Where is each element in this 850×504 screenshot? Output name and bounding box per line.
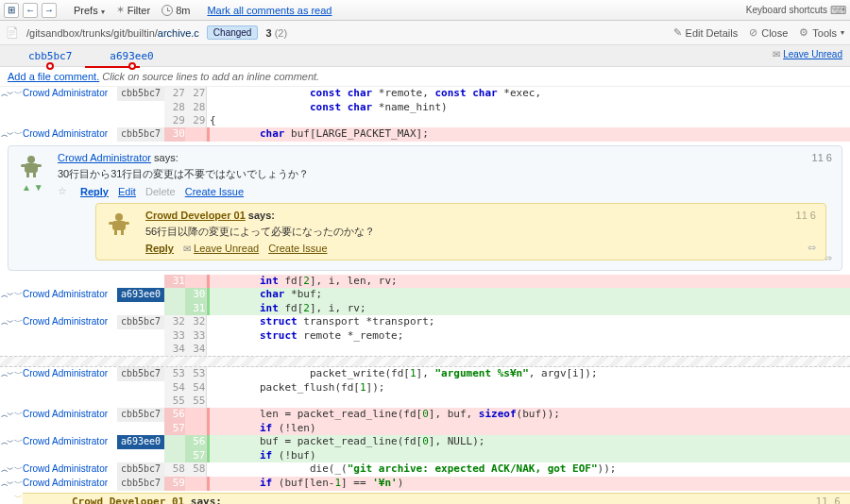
code-row-deleted[interactable]: ︿﹀ ﹀ Crowd Administrator cbb5bc7 56 len … <box>0 408 850 422</box>
add-file-comment-link[interactable]: Add a file comment. <box>8 71 99 82</box>
add-comment-prompt: Add a file comment. Click on source line… <box>0 67 850 87</box>
author-link[interactable]: Crowd Administrator <box>23 463 108 474</box>
time-indicator: 8m <box>158 5 194 16</box>
chevrons-icon[interactable]: ︿﹀ <box>1 479 12 488</box>
code-row[interactable]: 3434 <box>0 343 850 356</box>
code-row[interactable]: ︿﹀ ﹀ Crowd Administrator cbb5bc7 5353 pa… <box>0 367 850 381</box>
code-row-added[interactable]: 31 int fd[2], i, rv; <box>0 302 850 315</box>
chevron-single-icon[interactable]: ﹀ <box>14 437 23 446</box>
chevron-single-icon[interactable]: ﹀ <box>14 129 23 139</box>
chevron-single-icon[interactable]: ﹀ <box>14 479 23 488</box>
code-row-added[interactable]: ︿﹀ ﹀ Crowd Administrator a693ee0 30 char… <box>0 288 850 302</box>
line-number-left: 27 <box>164 87 185 101</box>
code-row-added[interactable]: 57 if (!buf) <box>0 449 850 462</box>
svg-rect-1 <box>25 163 38 173</box>
code-row[interactable]: 5454 packet_flush(fd[1]); <box>0 381 850 395</box>
svg-rect-4 <box>26 173 29 177</box>
code-row-added[interactable]: ︿﹀ ﹀ Crowd Administrator a693ee0 56 buf … <box>0 435 850 449</box>
comment-author-link[interactable]: Crowd Administrator <box>58 152 151 163</box>
vote-arrows[interactable]: ▲ ▼ <box>22 182 43 193</box>
prev-button[interactable]: ← <box>23 3 38 18</box>
expand-all-button[interactable]: ⊞ <box>4 3 19 18</box>
code-row[interactable]: 2828 const char *name_hint) <box>0 101 850 114</box>
rev-badge: cbb5bc7 <box>117 367 164 381</box>
chevrons-icon[interactable]: ︿﹀ <box>1 438 12 446</box>
leave-unread-link[interactable]: Leave Unread <box>765 45 850 63</box>
rev-badge: cbb5bc7 <box>117 127 164 142</box>
comment-line-ref: 11 6 <box>816 496 842 504</box>
create-issue-link[interactable]: Create Issue <box>268 243 327 254</box>
chevrons-icon[interactable]: ︿﹀ <box>1 465 12 474</box>
chevrons-icon[interactable]: ︿﹀ <box>1 90 12 98</box>
envelope-icon <box>183 243 191 254</box>
code-row[interactable]: 2929 { <box>0 114 850 127</box>
edit-details-link[interactable]: Edit Details <box>673 26 739 39</box>
chevrons-icon[interactable]: ︿﹀ <box>1 411 12 419</box>
chevron-single-icon[interactable]: ﹀ <box>14 89 23 98</box>
author-link[interactable]: Crowd Administrator <box>23 436 108 446</box>
author-link[interactable]: Crowd Administrator <box>23 368 108 378</box>
leave-unread-link[interactable]: Leave Unread <box>183 243 259 254</box>
chevrons-icon[interactable]: ︿﹀ <box>1 318 12 327</box>
create-issue-link[interactable]: Create Issue <box>185 186 244 197</box>
code-diff-table: ︿﹀ ﹀ Crowd Administrator cbb5bc7 5353 pa… <box>0 367 850 491</box>
filter-menu[interactable]: Filter <box>112 4 154 16</box>
clock-icon <box>162 5 173 16</box>
edit-link[interactable]: Edit <box>118 186 136 197</box>
keyboard-shortcuts-link[interactable]: Keyboard shortcuts <box>746 4 846 17</box>
file-path[interactable]: /gitsandbox/trunks/git/builtin/archive.c <box>26 27 199 39</box>
reply-link[interactable]: Reply <box>145 243 174 254</box>
code-row[interactable]: 5555 <box>0 395 850 408</box>
chevrons-icon[interactable]: ︿﹀ <box>1 291 12 299</box>
star-icon[interactable] <box>58 185 71 197</box>
author-link[interactable]: Crowd Administrator <box>23 316 108 327</box>
author-link[interactable]: Crowd Administrator <box>23 409 108 419</box>
collapsed-section[interactable] <box>0 356 850 367</box>
tools-menu[interactable]: Tools ▾ <box>799 26 844 39</box>
code-row[interactable]: ︿﹀ ﹀ Crowd Administrator cbb5bc7 27 27 c… <box>0 87 850 101</box>
chevron-single-icon[interactable]: ﹀ <box>14 369 23 378</box>
author-link[interactable]: Crowd Administrator <box>23 88 108 98</box>
prefs-menu[interactable]: Prefs <box>70 5 109 16</box>
chevrons-icon[interactable]: ︿﹀ <box>1 370 12 378</box>
svg-rect-10 <box>114 230 117 235</box>
chevron-single-icon[interactable]: ﹀ <box>14 464 23 474</box>
next-button[interactable]: → <box>42 3 57 18</box>
svg-rect-8 <box>109 222 114 225</box>
svg-rect-3 <box>36 164 42 167</box>
close-link[interactable]: Close <box>749 26 788 39</box>
filter-icon <box>116 4 125 16</box>
chevrons-icon[interactable]: ︿﹀ <box>1 130 12 139</box>
code-row[interactable]: ︿﹀ ﹀ Crowd Administrator cbb5bc7 3232 st… <box>0 315 850 329</box>
chevron-single-icon[interactable]: ﹀ <box>14 410 23 419</box>
author-link[interactable]: Crowd Administrator <box>23 128 108 139</box>
code-row-deleted[interactable]: ︿﹀ ﹀ Crowd Administrator cbb5bc7 59 if (… <box>0 477 850 491</box>
svg-rect-7 <box>112 221 126 230</box>
rev-badge: cbb5bc7 <box>117 408 164 422</box>
author-link[interactable]: Crowd Administrator <box>23 289 108 299</box>
code-row[interactable]: ︿﹀ ﹀ Crowd Administrator cbb5bc7 5858 di… <box>0 462 850 477</box>
comment-counts: 3 (2) <box>265 27 287 39</box>
comment-author-link[interactable]: Crowd Developer 01 <box>72 496 184 504</box>
rev-badge: cbb5bc7 <box>117 315 164 329</box>
chevron-single-icon[interactable]: ﹀ <box>14 290 23 299</box>
caret-down-icon <box>101 5 105 16</box>
rev-badge: a693ee0 <box>117 288 164 302</box>
revision-right[interactable]: a693ee0 <box>110 50 153 62</box>
code-row-deleted[interactable]: 31 int fd[2], i, len, rv; <box>0 275 850 288</box>
code-row-deleted[interactable]: 57 if (!len) <box>0 422 850 435</box>
inline-comment-hint: Click on source lines to add an inline c… <box>102 71 319 82</box>
avatar-dev <box>106 210 132 236</box>
chevron-single-icon[interactable]: ﹀ <box>14 317 23 327</box>
revision-left[interactable]: cbb5bc7 <box>28 50 72 62</box>
reply-link[interactable]: Reply <box>80 186 109 197</box>
changed-badge: Changed <box>207 25 259 40</box>
code-row[interactable]: 3333 struct remote *_remote; <box>0 329 850 343</box>
permalink-icon[interactable] <box>808 242 816 254</box>
comment-author-link[interactable]: Crowd Developer 01 <box>145 210 246 221</box>
rev-badge: cbb5bc7 <box>117 462 164 477</box>
author-link[interactable]: Crowd Administrator <box>23 478 108 488</box>
svg-rect-9 <box>124 222 129 225</box>
code-row-deleted[interactable]: ︿﹀ ﹀ Crowd Administrator cbb5bc7 30 char… <box>0 127 850 142</box>
mark-all-read-link[interactable]: Mark all comments as read <box>207 5 332 16</box>
